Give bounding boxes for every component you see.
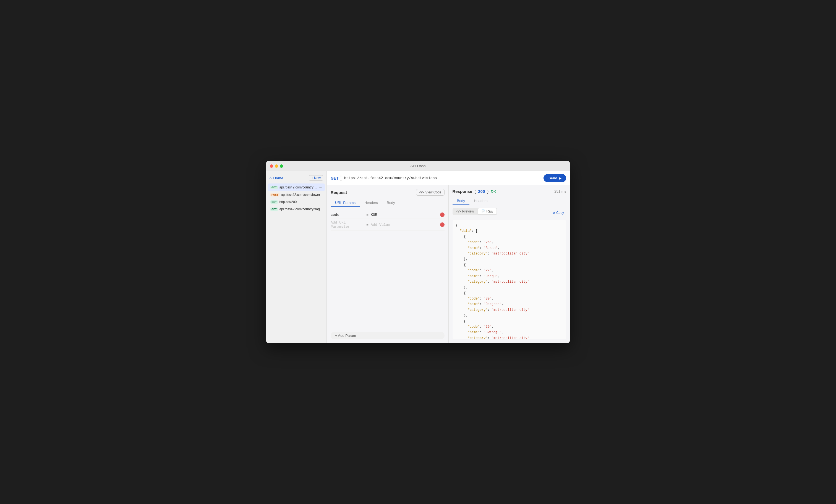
method-selector[interactable]: GET ⌃⌄: [331, 175, 342, 181]
app-window: API Dash ⌂ Home + New GET api.foss42.com…: [266, 161, 570, 343]
add-param-button[interactable]: + Add Param: [331, 332, 444, 339]
param-key-0: code: [331, 213, 364, 217]
tab-response-body[interactable]: Body: [453, 197, 470, 205]
method-badge-3: GET: [270, 208, 278, 211]
method-badge-2: GET: [270, 200, 278, 203]
maximize-button[interactable]: [280, 164, 283, 168]
param-key-placeholder[interactable]: Add URL Parameter: [331, 220, 364, 229]
url-input[interactable]: [344, 176, 541, 180]
param-remove-0[interactable]: −: [440, 212, 444, 217]
main-content: GET ⌃⌄ Send Request </> View: [327, 171, 570, 343]
home-link[interactable]: ⌂ Home: [269, 176, 283, 180]
response-panel: Response ( 200 ) OK 251 ms Body: [449, 185, 570, 343]
item-url-2: http.cat/200: [280, 200, 322, 204]
copy-button[interactable]: ⧉ Copy: [550, 210, 566, 216]
sidebar-item-1[interactable]: POST api.foss42.com/case/lower: [268, 191, 325, 198]
param-eq-placeholder: =: [366, 223, 368, 227]
param-remove-placeholder[interactable]: −: [440, 222, 444, 227]
sidebar: ⌂ Home + New GET api.foss42.com/country/…: [266, 171, 327, 343]
raw-mode-button[interactable]: 📄 Raw: [478, 208, 496, 214]
item-url-1: api.foss42.com/case/lower: [281, 193, 322, 197]
param-row-0: code = KOR −: [331, 211, 444, 219]
status-code: 200: [478, 189, 485, 194]
app-body: ⌂ Home + New GET api.foss42.com/country/…: [266, 171, 570, 343]
raw-doc-icon: 📄: [481, 210, 486, 213]
new-button[interactable]: + New: [309, 175, 323, 181]
titlebar: API Dash: [266, 161, 570, 171]
response-status: Response ( 200 ) OK: [453, 189, 496, 194]
response-panel-title: Response: [453, 189, 473, 194]
method-badge-1: POST: [270, 193, 280, 196]
params-table: code = KOR − Add URL Parameter = Add Val…: [331, 211, 444, 231]
home-icon: ⌂: [269, 176, 271, 180]
method-label: GET: [331, 176, 339, 180]
method-badge-0: GET: [270, 186, 278, 189]
view-code-label: View Code: [425, 190, 441, 194]
method-chevron-icon: ⌃⌄: [340, 175, 342, 181]
tab-body[interactable]: Body: [382, 199, 399, 207]
request-panel-title: Request: [331, 190, 347, 195]
status-text: OK: [491, 189, 496, 193]
param-value-0: KOR: [371, 213, 438, 217]
request-panel: Request </> View Code URL Params Headers: [327, 185, 449, 343]
send-label: Send: [549, 176, 557, 180]
send-button[interactable]: Send: [544, 174, 566, 182]
preview-mode-button[interactable]: </> Preview: [453, 208, 477, 214]
minimize-button[interactable]: [275, 164, 278, 168]
request-tab-bar: URL Params Headers Body: [331, 199, 444, 207]
sidebar-header: ⌂ Home + New: [266, 174, 326, 183]
sidebar-item-3[interactable]: GET api.foss42.com/country/flag: [268, 206, 325, 213]
item-url-3: api.foss42.com/country/flag: [280, 207, 322, 211]
param-row-placeholder: Add URL Parameter = Add Value −: [331, 219, 444, 231]
send-arrow-icon: [559, 176, 561, 180]
param-value-placeholder[interactable]: Add Value: [371, 223, 438, 227]
view-toggle: </> Preview 📄 Raw: [453, 208, 497, 215]
traffic-lights: [270, 164, 283, 168]
home-label: Home: [273, 176, 283, 180]
request-panel-header: Request </> View Code: [331, 189, 444, 196]
copy-icon: ⧉: [553, 211, 555, 215]
json-body: { "data": [ { "code": "26", "name": "Bus…: [453, 220, 567, 339]
response-body-wrapper: { "data": [ { "code": "26", "name": "Bus…: [453, 220, 567, 339]
code-icon: </>: [419, 190, 424, 194]
response-header: Response ( 200 ) OK 251 ms: [453, 189, 567, 194]
panels: Request </> View Code URL Params Headers: [327, 185, 570, 343]
code-brackets-icon: </>: [456, 210, 461, 213]
view-code-button[interactable]: </> View Code: [416, 189, 444, 196]
sidebar-item-2[interactable]: GET http.cat/200: [268, 198, 325, 206]
url-bar: GET ⌃⌄ Send: [327, 171, 570, 185]
tab-response-headers[interactable]: Headers: [470, 197, 492, 205]
tab-headers[interactable]: Headers: [360, 199, 382, 207]
close-button[interactable]: [270, 164, 273, 168]
window-title: API Dash: [411, 164, 426, 168]
param-eq-0: =: [366, 213, 368, 217]
response-time: 251 ms: [554, 189, 566, 193]
tab-url-params[interactable]: URL Params: [331, 199, 360, 207]
item-url-0: api.foss42.com/country/subd...: [280, 186, 317, 189]
more-icon-0[interactable]: ···: [319, 185, 322, 190]
response-tabs-left: Body Headers: [453, 197, 492, 205]
sidebar-item-0[interactable]: GET api.foss42.com/country/subd... ···: [268, 183, 325, 191]
response-tab-bar: Body Headers: [453, 197, 567, 205]
